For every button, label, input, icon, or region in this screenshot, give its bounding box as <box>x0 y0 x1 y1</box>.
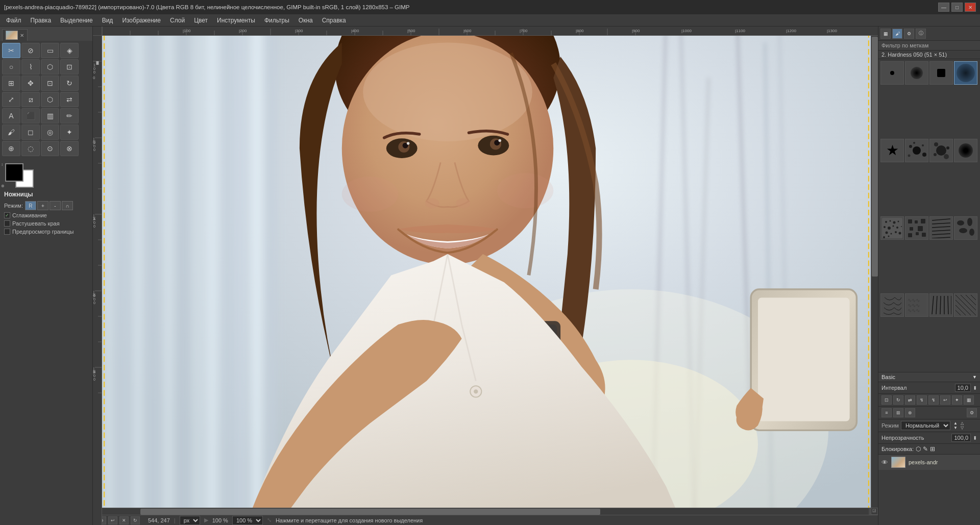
layer-visibility-icon[interactable]: 👁 <box>881 459 888 466</box>
mode-btn-intersect[interactable]: ∩ <box>62 201 73 210</box>
tool-eraser[interactable]: ◻ <box>21 124 40 140</box>
lock-icon-1[interactable]: ⬡ <box>916 445 921 453</box>
status-icon-4[interactable]: ↻ <box>131 516 140 524</box>
reset-colors-icon[interactable]: ⊕ <box>1 184 5 188</box>
tool-fuzzy-select[interactable]: ◈ <box>60 43 79 58</box>
brush-preset-texture2[interactable] <box>905 216 928 240</box>
tool-move[interactable]: ✥ <box>21 76 40 91</box>
menu-image[interactable]: Изображение <box>118 16 165 25</box>
tool-paths[interactable]: ⊘ <box>21 43 40 58</box>
status-icon-2[interactable]: ↩ <box>108 516 117 524</box>
tool-heal[interactable]: ✦ <box>60 124 79 140</box>
brush-action-6[interactable]: ↩ <box>940 395 950 405</box>
tool-color-select[interactable]: ⬡ <box>41 59 59 74</box>
swap-colors-icon[interactable]: ↕ <box>1 162 3 167</box>
brush-action-5[interactable]: ↯ <box>928 395 939 405</box>
opacity-spin-icon[interactable]: ⬍ <box>973 435 977 441</box>
tool-blur[interactable]: ◌ <box>21 141 40 156</box>
tool-pencil[interactable]: ✏ <box>60 108 79 123</box>
brush-preset-2[interactable] <box>905 61 928 85</box>
menu-tools[interactable]: Инструменты <box>213 16 259 25</box>
tool-align[interactable]: ⊞ <box>2 76 20 91</box>
tool-bucket-fill[interactable]: ⬛ <box>21 108 40 123</box>
layer-mode-select[interactable]: Нормальный Умножение Экран <box>901 421 950 430</box>
panel-icon-grid[interactable]: ▦ <box>880 29 891 39</box>
brush-action-1[interactable]: ⊡ <box>881 395 892 405</box>
minimize-button[interactable]: — <box>938 3 949 12</box>
tool-gradient[interactable]: ▥ <box>41 108 59 123</box>
menu-help[interactable]: Справка <box>318 16 350 25</box>
brush-preset-star[interactable]: ★ <box>880 139 904 162</box>
menu-edit[interactable]: Правка <box>27 16 56 25</box>
menu-view[interactable]: Вид <box>98 16 117 25</box>
zoom-select[interactable]: 100 % 50 % 200 % <box>232 516 263 525</box>
panel-icon-info[interactable]: ⓘ <box>916 29 926 39</box>
brush-action-4[interactable]: ↯ <box>917 395 927 405</box>
tool-free-select[interactable]: ⌇ <box>21 59 40 74</box>
tool-shear[interactable]: ⧄ <box>21 92 40 107</box>
tool-ellipse-select[interactable]: ○ <box>2 59 20 74</box>
tool-rect-select[interactable]: ▭ <box>41 43 59 58</box>
brush-preset-3[interactable] <box>929 61 953 85</box>
panel-icon-config[interactable]: ⚙ <box>904 29 914 39</box>
basic-dropdown-icon[interactable]: ▼ <box>972 374 977 380</box>
brush-preset-texture4[interactable] <box>880 293 904 317</box>
close-button[interactable]: ✕ <box>965 3 976 12</box>
action2-3[interactable]: ⊗ <box>905 408 915 417</box>
brush-action-8[interactable]: ▦ <box>964 395 974 405</box>
tool-rotate[interactable]: ↻ <box>60 76 79 91</box>
tab-close-icon[interactable]: ✕ <box>20 33 24 38</box>
menu-colors[interactable]: Цвет <box>190 16 212 25</box>
canvas-image-container[interactable] <box>102 36 871 508</box>
brush-preset-4[interactable] <box>954 61 977 85</box>
interval-spin-icon[interactable]: ⬍ <box>973 385 977 391</box>
unit-select[interactable]: px <box>180 516 200 525</box>
brush-preset-lines3[interactable] <box>954 293 977 317</box>
brush-preset-lines2[interactable] <box>929 293 953 317</box>
lock-icon-3[interactable]: ⊞ <box>930 445 935 453</box>
maximize-button[interactable]: □ <box>951 3 963 12</box>
tool-text[interactable]: A <box>2 108 20 123</box>
menu-filters[interactable]: Фильтры <box>260 16 293 25</box>
brush-preset-1[interactable] <box>880 61 904 85</box>
action2-settings[interactable]: ⚙ <box>967 408 977 417</box>
tool-perspective[interactable]: ⬡ <box>41 92 59 107</box>
brush-preset-splatter1[interactable] <box>905 139 928 162</box>
tool-airbrush[interactable]: ◎ <box>41 124 59 140</box>
action2-1[interactable]: ≡ <box>881 408 892 417</box>
horizontal-scrollbar[interactable] <box>102 508 869 515</box>
mode-chevron-up[interactable]: △ <box>961 421 964 426</box>
tool-scale[interactable]: ⤢ <box>2 92 20 107</box>
brush-action-2[interactable]: ↻ <box>893 395 903 405</box>
tool-foreground-select[interactable]: ⊡ <box>60 59 79 74</box>
brush-preset-texture1[interactable] <box>880 216 904 240</box>
brush-action-3[interactable]: ⇄ <box>905 395 915 405</box>
brush-preset-medium2[interactable] <box>954 139 977 162</box>
menu-file[interactable]: Файл <box>2 16 26 25</box>
tool-paintbrush[interactable]: 🖌 <box>2 124 20 140</box>
tool-flip[interactable]: ⇄ <box>60 92 79 107</box>
mode-up-arrow[interactable]: ▲ <box>953 421 958 426</box>
tool-scissors[interactable]: ✂ <box>2 43 20 58</box>
feather-checkbox[interactable] <box>4 220 10 227</box>
menu-layer[interactable]: Слой <box>166 16 189 25</box>
brush-preset-splatter2[interactable] <box>929 139 953 162</box>
mode-btn-add[interactable]: + <box>37 201 48 210</box>
mode-btn-subtract[interactable]: - <box>50 201 61 210</box>
preview-border-checkbox[interactable] <box>4 229 10 235</box>
tool-smudge[interactable]: ⊗ <box>60 141 79 156</box>
menu-windows[interactable]: Окна <box>295 16 317 25</box>
status-icon-3[interactable]: ✕ <box>119 516 129 524</box>
brush-preset-lines1[interactable] <box>929 216 953 240</box>
lock-icon-2[interactable]: ✎ <box>923 445 928 453</box>
tool-crop[interactable]: ⊡ <box>41 76 59 91</box>
mode-chevron-down[interactable]: ▽ <box>961 426 964 430</box>
tool-clone[interactable]: ⊕ <box>2 141 20 156</box>
mode-btn-replace[interactable]: R <box>25 201 36 210</box>
brush-action-7[interactable]: ✦ <box>952 395 962 405</box>
foreground-color[interactable] <box>5 163 23 182</box>
nav-corner-button[interactable]: ◲ <box>871 508 878 515</box>
brush-preset-texture5[interactable]: ∿∿∿ ∿∿∿ ∿∿∿ <box>905 293 928 317</box>
menu-select[interactable]: Выделение <box>56 16 97 25</box>
tool-dodge[interactable]: ⊙ <box>41 141 59 156</box>
